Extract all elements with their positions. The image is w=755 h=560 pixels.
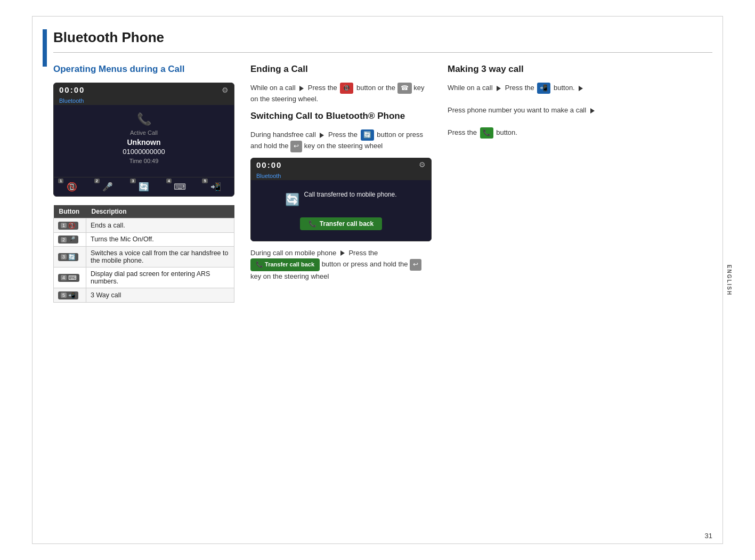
switching-call-text: During handsfree call Press the 🔄 button… bbox=[250, 129, 432, 152]
car-screen-1: 00:00 ⚙ Bluetooth 📞 Active Call Unknown … bbox=[53, 83, 234, 197]
button-text-1: button. bbox=[554, 84, 575, 92]
steering-key-icon-3: ↩ bbox=[410, 259, 421, 270]
transfer-button-icon: 🔄 bbox=[361, 129, 374, 141]
table-header-desc: Description bbox=[86, 205, 234, 218]
while-on-call-3way-text: While on a call bbox=[448, 84, 493, 92]
press-the-text-2: Press the bbox=[328, 131, 358, 139]
border-top bbox=[32, 16, 723, 17]
button-or-hold-text-2: button or press and hold the bbox=[322, 260, 408, 268]
page-title: Bluetooth Phone bbox=[53, 29, 712, 53]
transfer-btn-container: 📞 Transfer call back bbox=[300, 217, 382, 230]
table-cell-desc-2: Turns the Mic On/Off. bbox=[86, 232, 234, 247]
table-header-button: Button bbox=[54, 205, 86, 218]
toolbar-btn-transfer[interactable]: 3 🔄 bbox=[126, 180, 162, 194]
table-row: 3 🔄 Switches a voice call from the car h… bbox=[54, 247, 234, 267]
table-cell-btn-4: 4 ⌨ bbox=[54, 267, 86, 288]
btn-icon-4: ⌨ bbox=[68, 274, 77, 281]
steering-key-icon-1: ☎ bbox=[397, 83, 412, 94]
car-screen-2-time: 00:00 bbox=[256, 160, 282, 169]
toolbar-btn-3way[interactable]: 5 📲 bbox=[198, 180, 234, 194]
badge-num-3: 3 bbox=[61, 254, 67, 259]
press-the-text-1: Press the bbox=[308, 84, 337, 92]
press-number-text: Press phone number you want to make a ca… bbox=[448, 106, 586, 114]
car-screen-2-transfer-icon: 🔄 bbox=[285, 193, 299, 207]
badge-num-4: 4 bbox=[61, 275, 67, 280]
car-screen-call-icon: 📞 bbox=[59, 112, 229, 126]
transfer-call-back-inline-btn[interactable]: 📞 Transfer call back bbox=[250, 258, 320, 271]
table-row: 5 📲 3 Way call bbox=[54, 288, 234, 303]
toolbar-btn-num-5: 5 bbox=[202, 178, 207, 183]
border-right bbox=[722, 16, 723, 544]
while-on-call-text: While on a call bbox=[250, 84, 296, 92]
making-3way-title: Making 3 way call bbox=[448, 63, 712, 75]
badge-num-5: 5 bbox=[61, 293, 67, 298]
border-bottom bbox=[32, 543, 723, 544]
mid-column: Ending a Call While on a call Press the … bbox=[250, 63, 432, 303]
arrow-icon-2 bbox=[320, 133, 324, 138]
press-the-text-3: Press the bbox=[348, 249, 378, 257]
transfer-btn-phone-icon: 📞 bbox=[309, 220, 316, 228]
key-steering-text-3: key on the steering wheel bbox=[250, 272, 329, 280]
toolbar-btn-mic[interactable]: 2 🎤 bbox=[90, 180, 126, 194]
table-header-row: Button Description bbox=[54, 205, 234, 218]
table-row: 2 🎤 Turns the Mic On/Off. bbox=[54, 232, 234, 247]
transfer-icon: 🔄 bbox=[139, 182, 149, 192]
btn-badge-4: 4 ⌨ bbox=[58, 274, 79, 282]
during-call-mobile-text: During call on mobile phone Press the 📞 … bbox=[250, 248, 432, 282]
transfer-inline-icon: 📞 bbox=[256, 261, 263, 267]
car-screen-header: 00:00 ⚙ bbox=[54, 83, 234, 96]
making-3way-text: While on a call Press the 📲 button. Pres… bbox=[448, 83, 712, 139]
transfer-call-back-button[interactable]: 📞 Transfer call back bbox=[300, 217, 382, 230]
arrow-icon-1 bbox=[299, 86, 304, 91]
car-screen-bluetooth-label: Bluetooth bbox=[54, 96, 234, 105]
arrow-icon-6 bbox=[590, 108, 595, 113]
ending-call-text: While on a call Press the 📵 button or th… bbox=[250, 83, 432, 105]
table-cell-desc-4: Display dial pad screen for entering ARS… bbox=[86, 267, 234, 288]
car-screen-caller-number: 01000000000 bbox=[59, 148, 229, 156]
table-cell-desc-1: Ends a call. bbox=[86, 218, 234, 233]
border-left bbox=[32, 16, 33, 544]
left-column: Operating Menus during a Call 00:00 ⚙ Bl… bbox=[53, 63, 234, 303]
btn-badge-1: 1 📵 bbox=[58, 222, 78, 230]
call-button-icon: 📞 bbox=[480, 127, 493, 139]
badge-num-1: 1 bbox=[61, 223, 67, 228]
table-cell-btn-5: 5 📲 bbox=[54, 288, 86, 303]
press-the-text-5: Press the bbox=[448, 128, 477, 136]
table-cell-desc-3: Switches a voice call from the car hands… bbox=[86, 247, 234, 267]
main-content: Bluetooth Phone Operating Menus during a… bbox=[53, 29, 712, 533]
btn-icon-3: 🔄 bbox=[68, 254, 76, 261]
btn-icon-2: 🎤 bbox=[68, 236, 76, 243]
transfer-inline-label: Transfer call back bbox=[265, 261, 314, 267]
btn-icon-1: 📵 bbox=[68, 222, 76, 229]
car-screen-time: 00:00 bbox=[59, 85, 85, 94]
car-screen-2-header: 00:00 ⚙ bbox=[251, 158, 431, 172]
arrow-icon-4 bbox=[497, 86, 501, 91]
toolbar-btn-num-3: 3 bbox=[130, 178, 135, 183]
key-steering-text-2: key on the steering wheel bbox=[304, 142, 383, 150]
transfer-btn-label: Transfer call back bbox=[320, 220, 374, 228]
toolbar-btn-end[interactable]: 1 📵 bbox=[54, 180, 90, 194]
car-screen-2-body: 🔄 Call transferred to mobile phone. 📞 Tr… bbox=[251, 180, 431, 241]
car-screen-body: 📞 Active Call Unknown 01000000000 Time 0… bbox=[54, 105, 234, 177]
end-call-button-icon: 📵 bbox=[340, 83, 353, 94]
toolbar-btn-keypad[interactable]: 4 ⌨ bbox=[162, 180, 198, 194]
mic-icon: 🎤 bbox=[102, 182, 113, 192]
car-screen-toolbar: 1 📵 2 🎤 3 🔄 4 ⌨ bbox=[54, 177, 234, 196]
car-screen-settings-icon: ⚙ bbox=[222, 86, 229, 94]
side-label: ENGLISH bbox=[726, 264, 732, 295]
car-screen-active-label: Active Call bbox=[59, 129, 229, 136]
btn-icon-5: 📲 bbox=[68, 292, 76, 299]
toolbar-btn-num-1: 1 bbox=[58, 178, 63, 183]
right-column: Making 3 way call While on a call Press … bbox=[448, 63, 712, 303]
button-or-text: button or the bbox=[356, 84, 395, 92]
steering-key-icon-2: ↩ bbox=[290, 141, 302, 152]
accent-bar bbox=[43, 29, 47, 67]
left-section-title: Operating Menus during a Call bbox=[53, 63, 234, 75]
car-screen-2-settings-icon: ⚙ bbox=[419, 160, 426, 169]
btn-badge-5: 5 📲 bbox=[58, 291, 78, 299]
columns-layout: Operating Menus during a Call 00:00 ⚙ Bl… bbox=[53, 63, 712, 303]
badge-num-2: 2 bbox=[61, 237, 67, 242]
press-the-text-4: Press the bbox=[505, 84, 534, 92]
table-row: 4 ⌨ Display dial pad screen for entering… bbox=[54, 267, 234, 288]
3way-call-button-icon: 📲 bbox=[537, 83, 550, 94]
